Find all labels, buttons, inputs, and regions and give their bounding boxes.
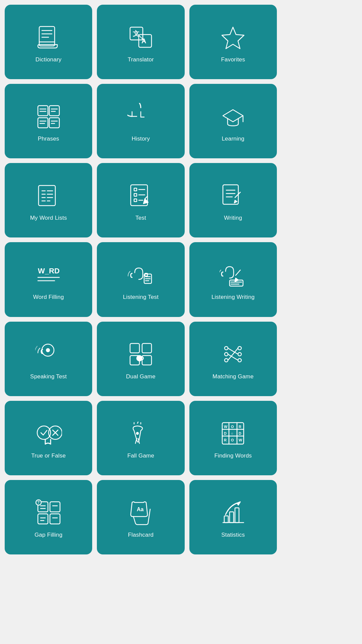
test-label: Test (135, 215, 146, 221)
statistics-label: Statistics (221, 532, 245, 538)
tile-phrases[interactable]: Phrases (5, 84, 92, 158)
learning-label: Learning (222, 136, 244, 142)
svg-point-71 (238, 353, 241, 356)
listening-test-icon (126, 260, 156, 290)
svg-rect-16 (49, 106, 59, 116)
svg-rect-36 (134, 194, 137, 196)
svg-line-46 (235, 192, 240, 198)
app-grid: Dictionary文ATranslatorFavoritesPhrasesHi… (0, 0, 282, 559)
true-or-false-label: True or False (31, 452, 66, 459)
learning-icon (218, 101, 248, 131)
tile-dictionary[interactable]: Dictionary (5, 5, 92, 79)
translator-icon: 文A (126, 22, 156, 52)
tile-learning[interactable]: Learning (189, 84, 277, 158)
svg-rect-110 (50, 514, 60, 524)
translator-label: Translator (128, 56, 154, 63)
writing-icon (218, 180, 248, 211)
svg-rect-62 (142, 343, 152, 353)
dual-game-label: Dual Game (126, 373, 156, 380)
speaking-test-icon (34, 339, 64, 369)
svg-point-60 (46, 348, 50, 352)
tile-my-word-lists[interactable]: My Word Lists (5, 163, 92, 237)
svg-point-69 (225, 359, 228, 362)
svg-line-75 (228, 348, 238, 360)
svg-rect-25 (39, 185, 55, 206)
svg-text:O: O (231, 425, 234, 429)
finding-words-label: Finding Words (214, 452, 252, 459)
svg-rect-13 (38, 118, 48, 128)
tile-translator[interactable]: 文ATranslator (97, 5, 184, 79)
svg-rect-54 (145, 273, 147, 276)
dictionary-label: Dictionary (36, 56, 62, 63)
svg-text:W_RD: W_RD (38, 267, 60, 275)
true-or-false-icon (34, 418, 64, 448)
tile-history[interactable]: History (97, 84, 184, 158)
phrases-icon (34, 101, 64, 131)
tile-test[interactable]: Test (97, 163, 184, 237)
svg-point-70 (238, 346, 241, 350)
gap-filling-label: Gap Filling (35, 532, 62, 538)
matching-game-label: Matching Game (213, 373, 254, 380)
svg-rect-61 (130, 343, 139, 353)
speaking-test-label: Speaking Test (30, 373, 67, 380)
tile-statistics[interactable]: Statistics (189, 480, 277, 554)
tile-finding-words[interactable]: WORD○DROWFinding Words (189, 401, 277, 475)
svg-rect-0 (39, 26, 55, 46)
svg-text:D: D (239, 431, 241, 435)
listening-writing-icon (218, 260, 248, 290)
svg-rect-116 (235, 508, 239, 523)
dual-game-icon (126, 339, 156, 369)
word-filling-icon: W_RD (34, 260, 64, 290)
svg-rect-64 (142, 356, 152, 365)
test-icon (126, 180, 156, 211)
tile-fall-game[interactable]: Fall Game (97, 401, 184, 475)
svg-point-83 (136, 432, 138, 434)
matching-game-icon (218, 339, 248, 369)
word-filling-label: Word Filling (33, 294, 64, 301)
svg-point-68 (225, 353, 228, 356)
tile-matching-game[interactable]: Matching Game (189, 322, 277, 396)
svg-text:D: D (224, 431, 227, 435)
finding-words-icon: WORD○DROW (218, 418, 248, 448)
svg-text:○: ○ (231, 431, 233, 435)
svg-point-72 (238, 359, 241, 362)
tile-listening-test[interactable]: Listening Test (97, 242, 184, 317)
dictionary-icon (34, 22, 64, 52)
svg-marker-9 (222, 27, 244, 49)
statistics-icon (218, 497, 248, 528)
tile-dual-game[interactable]: Dual Game (97, 322, 184, 396)
tile-flashcard[interactable]: AaFlashcard (97, 480, 184, 554)
svg-rect-107 (38, 514, 48, 524)
tile-speaking-test[interactable]: Speaking Test (5, 322, 92, 396)
svg-text:W: W (224, 425, 228, 429)
tile-favorites[interactable]: Favorites (189, 5, 277, 79)
tile-writing[interactable]: Writing (189, 163, 277, 237)
gap-filling-icon: ? (34, 497, 64, 528)
my-word-lists-icon (34, 180, 64, 211)
svg-rect-114 (224, 516, 228, 523)
svg-text:R: R (224, 438, 227, 442)
tile-word-filling[interactable]: W_RDWord Filling (5, 242, 92, 317)
flashcard-icon: Aa (126, 497, 156, 528)
tile-listening-writing[interactable]: Listening Writing (189, 242, 277, 317)
history-icon (126, 101, 156, 131)
history-label: History (132, 136, 150, 142)
svg-line-81 (137, 422, 138, 423)
fall-game-icon (126, 418, 156, 448)
fall-game-label: Fall Game (127, 452, 154, 459)
svg-rect-35 (134, 188, 137, 191)
svg-rect-115 (230, 512, 234, 523)
svg-line-55 (236, 270, 240, 275)
svg-line-74 (228, 354, 238, 360)
svg-text:?: ? (37, 500, 40, 505)
svg-point-67 (225, 346, 228, 350)
phrases-label: Phrases (38, 136, 59, 142)
svg-rect-105 (50, 502, 60, 512)
svg-text:Aa: Aa (137, 506, 144, 512)
svg-rect-10 (38, 106, 48, 116)
svg-rect-37 (134, 199, 137, 202)
tile-gap-filling[interactable]: ?Gap Filling (5, 480, 92, 554)
listening-test-label: Listening Test (123, 294, 159, 301)
tile-true-or-false[interactable]: True or False (5, 401, 92, 475)
svg-point-65 (137, 356, 142, 361)
